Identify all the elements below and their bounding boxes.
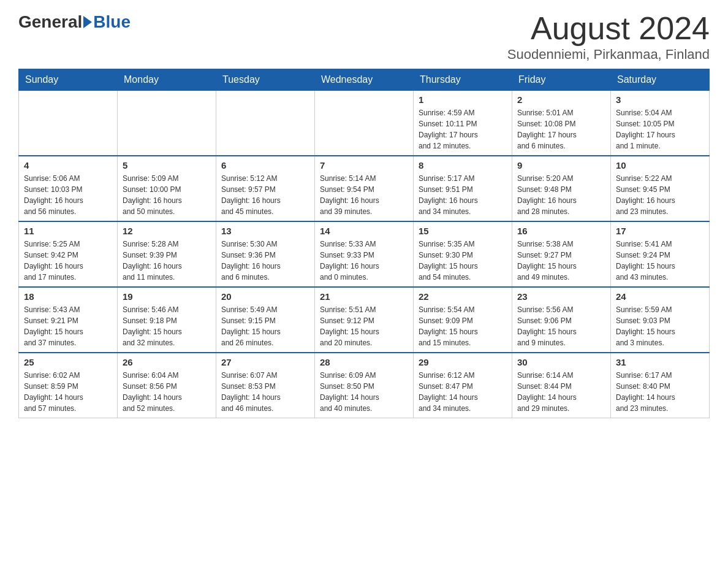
day-number: 7 bbox=[320, 160, 408, 170]
day-info: Sunrise: 5:49 AM Sunset: 9:15 PM Dayligh… bbox=[221, 304, 309, 348]
table-row: 22Sunrise: 5:54 AM Sunset: 9:09 PM Dayli… bbox=[414, 287, 512, 353]
day-info: Sunrise: 5:09 AM Sunset: 10:00 PM Daylig… bbox=[123, 173, 211, 217]
table-row: 30Sunrise: 6:14 AM Sunset: 8:44 PM Dayli… bbox=[512, 353, 611, 418]
table-row: 16Sunrise: 5:38 AM Sunset: 9:27 PM Dayli… bbox=[512, 221, 611, 287]
day-info: Sunrise: 5:56 AM Sunset: 9:06 PM Dayligh… bbox=[517, 304, 605, 348]
table-row bbox=[315, 91, 414, 156]
day-number: 9 bbox=[517, 160, 605, 170]
table-row: 3Sunrise: 5:04 AM Sunset: 10:05 PM Dayli… bbox=[611, 91, 710, 156]
table-row bbox=[118, 91, 216, 156]
day-number: 10 bbox=[616, 160, 704, 170]
calendar-week-row: 1Sunrise: 4:59 AM Sunset: 10:11 PM Dayli… bbox=[19, 91, 710, 156]
col-tuesday: Tuesday bbox=[216, 69, 315, 91]
table-row: 13Sunrise: 5:30 AM Sunset: 9:36 PM Dayli… bbox=[216, 221, 315, 287]
table-row: 5Sunrise: 5:09 AM Sunset: 10:00 PM Dayli… bbox=[118, 156, 216, 221]
table-row: 28Sunrise: 6:09 AM Sunset: 8:50 PM Dayli… bbox=[315, 353, 414, 418]
day-info: Sunrise: 5:20 AM Sunset: 9:48 PM Dayligh… bbox=[517, 173, 605, 217]
day-number: 3 bbox=[616, 94, 704, 105]
day-number: 21 bbox=[320, 291, 408, 302]
day-info: Sunrise: 5:14 AM Sunset: 9:54 PM Dayligh… bbox=[320, 173, 408, 217]
day-number: 25 bbox=[24, 357, 112, 367]
table-row: 27Sunrise: 6:07 AM Sunset: 8:53 PM Dayli… bbox=[216, 353, 315, 418]
day-number: 16 bbox=[517, 226, 605, 236]
table-row: 8Sunrise: 5:17 AM Sunset: 9:51 PM Daylig… bbox=[414, 156, 512, 221]
table-row: 10Sunrise: 5:22 AM Sunset: 9:45 PM Dayli… bbox=[611, 156, 710, 221]
table-row: 31Sunrise: 6:17 AM Sunset: 8:40 PM Dayli… bbox=[611, 353, 710, 418]
table-row: 19Sunrise: 5:46 AM Sunset: 9:18 PM Dayli… bbox=[118, 287, 216, 353]
day-info: Sunrise: 6:07 AM Sunset: 8:53 PM Dayligh… bbox=[221, 370, 309, 414]
day-number: 19 bbox=[123, 291, 211, 302]
day-info: Sunrise: 6:14 AM Sunset: 8:44 PM Dayligh… bbox=[517, 370, 605, 414]
day-info: Sunrise: 6:02 AM Sunset: 8:59 PM Dayligh… bbox=[24, 370, 112, 414]
logo: General Blue bbox=[18, 12, 131, 32]
calendar-week-row: 25Sunrise: 6:02 AM Sunset: 8:59 PM Dayli… bbox=[19, 353, 710, 418]
table-row bbox=[19, 91, 118, 156]
table-row: 25Sunrise: 6:02 AM Sunset: 8:59 PM Dayli… bbox=[19, 353, 118, 418]
table-row: 21Sunrise: 5:51 AM Sunset: 9:12 PM Dayli… bbox=[315, 287, 414, 353]
day-info: Sunrise: 6:12 AM Sunset: 8:47 PM Dayligh… bbox=[419, 370, 507, 414]
day-number: 28 bbox=[320, 357, 408, 367]
day-info: Sunrise: 5:04 AM Sunset: 10:05 PM Daylig… bbox=[616, 107, 704, 151]
day-number: 22 bbox=[419, 291, 507, 302]
day-number: 4 bbox=[24, 160, 112, 170]
day-info: Sunrise: 6:17 AM Sunset: 8:40 PM Dayligh… bbox=[616, 370, 704, 414]
day-number: 12 bbox=[123, 226, 211, 236]
logo-arrow-icon bbox=[83, 16, 92, 28]
col-monday: Monday bbox=[118, 69, 216, 91]
table-row: 24Sunrise: 5:59 AM Sunset: 9:03 PM Dayli… bbox=[611, 287, 710, 353]
location-text: Suodenniemi, Pirkanmaa, Finland bbox=[507, 47, 710, 63]
day-info: Sunrise: 5:25 AM Sunset: 9:42 PM Dayligh… bbox=[24, 239, 112, 283]
day-number: 30 bbox=[517, 357, 605, 367]
day-number: 8 bbox=[419, 160, 507, 170]
table-row: 26Sunrise: 6:04 AM Sunset: 8:56 PM Dayli… bbox=[118, 353, 216, 418]
table-row: 11Sunrise: 5:25 AM Sunset: 9:42 PM Dayli… bbox=[19, 221, 118, 287]
table-row: 15Sunrise: 5:35 AM Sunset: 9:30 PM Dayli… bbox=[414, 221, 512, 287]
col-friday: Friday bbox=[512, 69, 611, 91]
day-number: 5 bbox=[123, 160, 211, 170]
day-info: Sunrise: 5:41 AM Sunset: 9:24 PM Dayligh… bbox=[616, 239, 704, 283]
table-row: 6Sunrise: 5:12 AM Sunset: 9:57 PM Daylig… bbox=[216, 156, 315, 221]
day-info: Sunrise: 5:28 AM Sunset: 9:39 PM Dayligh… bbox=[123, 239, 211, 283]
day-number: 20 bbox=[221, 291, 309, 302]
day-info: Sunrise: 5:38 AM Sunset: 9:27 PM Dayligh… bbox=[517, 239, 605, 283]
day-info: Sunrise: 5:59 AM Sunset: 9:03 PM Dayligh… bbox=[616, 304, 704, 348]
day-info: Sunrise: 6:09 AM Sunset: 8:50 PM Dayligh… bbox=[320, 370, 408, 414]
day-info: Sunrise: 6:04 AM Sunset: 8:56 PM Dayligh… bbox=[123, 370, 211, 414]
day-number: 31 bbox=[616, 357, 704, 367]
day-number: 27 bbox=[221, 357, 309, 367]
table-row: 23Sunrise: 5:56 AM Sunset: 9:06 PM Dayli… bbox=[512, 287, 611, 353]
calendar-week-row: 4Sunrise: 5:06 AM Sunset: 10:03 PM Dayli… bbox=[19, 156, 710, 221]
day-info: Sunrise: 5:22 AM Sunset: 9:45 PM Dayligh… bbox=[616, 173, 704, 217]
month-title: August 2024 bbox=[507, 12, 710, 44]
day-number: 13 bbox=[221, 226, 309, 236]
day-number: 14 bbox=[320, 226, 408, 236]
day-number: 24 bbox=[616, 291, 704, 302]
day-info: Sunrise: 5:43 AM Sunset: 9:21 PM Dayligh… bbox=[24, 304, 112, 348]
table-row: 18Sunrise: 5:43 AM Sunset: 9:21 PM Dayli… bbox=[19, 287, 118, 353]
day-number: 2 bbox=[517, 94, 605, 105]
table-row: 1Sunrise: 4:59 AM Sunset: 10:11 PM Dayli… bbox=[414, 91, 512, 156]
day-number: 15 bbox=[419, 226, 507, 236]
logo-general-text: General bbox=[18, 12, 82, 32]
calendar-table: Sunday Monday Tuesday Wednesday Thursday… bbox=[18, 69, 710, 418]
table-row bbox=[216, 91, 315, 156]
day-info: Sunrise: 5:12 AM Sunset: 9:57 PM Dayligh… bbox=[221, 173, 309, 217]
logo-blue-text: Blue bbox=[93, 12, 131, 32]
day-info: Sunrise: 5:06 AM Sunset: 10:03 PM Daylig… bbox=[24, 173, 112, 217]
day-number: 1 bbox=[419, 94, 507, 105]
day-number: 26 bbox=[123, 357, 211, 367]
col-sunday: Sunday bbox=[19, 69, 118, 91]
day-info: Sunrise: 5:01 AM Sunset: 10:08 PM Daylig… bbox=[517, 107, 605, 151]
day-info: Sunrise: 5:51 AM Sunset: 9:12 PM Dayligh… bbox=[320, 304, 408, 348]
day-info: Sunrise: 5:46 AM Sunset: 9:18 PM Dayligh… bbox=[123, 304, 211, 348]
table-row: 14Sunrise: 5:33 AM Sunset: 9:33 PM Dayli… bbox=[315, 221, 414, 287]
day-number: 6 bbox=[221, 160, 309, 170]
day-info: Sunrise: 5:35 AM Sunset: 9:30 PM Dayligh… bbox=[419, 239, 507, 283]
table-row: 4Sunrise: 5:06 AM Sunset: 10:03 PM Dayli… bbox=[19, 156, 118, 221]
table-row: 29Sunrise: 6:12 AM Sunset: 8:47 PM Dayli… bbox=[414, 353, 512, 418]
table-row: 2Sunrise: 5:01 AM Sunset: 10:08 PM Dayli… bbox=[512, 91, 611, 156]
day-info: Sunrise: 5:30 AM Sunset: 9:36 PM Dayligh… bbox=[221, 239, 309, 283]
day-info: Sunrise: 4:59 AM Sunset: 10:11 PM Daylig… bbox=[419, 107, 507, 151]
table-row: 17Sunrise: 5:41 AM Sunset: 9:24 PM Dayli… bbox=[611, 221, 710, 287]
day-info: Sunrise: 5:17 AM Sunset: 9:51 PM Dayligh… bbox=[419, 173, 507, 217]
